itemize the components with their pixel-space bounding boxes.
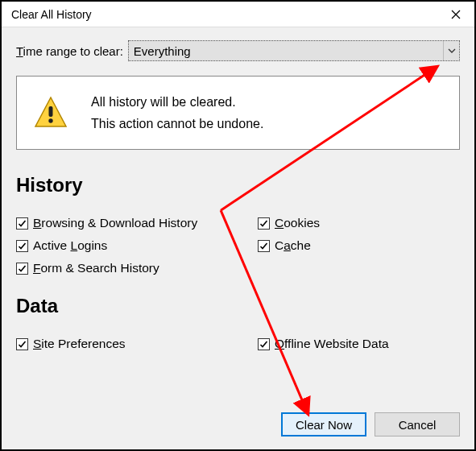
checkbox-icon bbox=[258, 338, 270, 350]
check-label: Cookies bbox=[275, 216, 320, 230]
check-browsing-history[interactable]: Browsing & Download History bbox=[16, 216, 258, 230]
check-active-logins[interactable]: Active Logins bbox=[16, 238, 258, 253]
dialog-content: Time range to clear: Everything All hist… bbox=[2, 27, 474, 366]
timerange-value: Everything bbox=[134, 44, 191, 58]
cancel-button[interactable]: Cancel bbox=[375, 412, 460, 437]
check-cookies[interactable]: Cookies bbox=[258, 216, 460, 230]
timerange-label: Time range to clear: bbox=[16, 44, 123, 58]
warning-icon bbox=[33, 95, 68, 130]
checkbox-icon bbox=[258, 217, 270, 230]
dropdown-arrow bbox=[443, 41, 459, 60]
button-row: Clear Now Cancel bbox=[281, 412, 460, 437]
checkbox-icon bbox=[258, 240, 270, 252]
svg-point-4 bbox=[48, 118, 52, 122]
svg-rect-3 bbox=[49, 106, 53, 117]
timerange-row: Time range to clear: Everything bbox=[16, 40, 460, 61]
warning-line2: This action cannot be undone. bbox=[91, 113, 263, 134]
history-checks: Browsing & Download History Cookies Acti… bbox=[16, 216, 460, 275]
checkbox-icon bbox=[16, 240, 28, 252]
check-label: Cache bbox=[275, 238, 311, 253]
close-icon bbox=[451, 10, 461, 19]
warning-box: All history will be cleared. This action… bbox=[16, 76, 460, 150]
timerange-dropdown[interactable]: Everything bbox=[128, 40, 460, 61]
check-label: Active Logins bbox=[33, 238, 107, 253]
check-label: Offline Website Data bbox=[275, 337, 389, 351]
warning-line1: All history will be cleared. bbox=[91, 91, 263, 113]
data-checks: Site Preferences Offline Website Data bbox=[16, 337, 460, 351]
check-offline-data[interactable]: Offline Website Data bbox=[258, 337, 460, 351]
warning-text: All history will be cleared. This action… bbox=[91, 91, 263, 134]
checkbox-icon bbox=[16, 217, 28, 230]
check-label: Site Preferences bbox=[33, 337, 126, 351]
chevron-down-icon bbox=[448, 48, 456, 53]
history-heading: History bbox=[16, 174, 460, 197]
dialog-window: Clear All History Time range to clear: E… bbox=[0, 0, 476, 451]
data-heading: Data bbox=[16, 295, 460, 317]
close-button[interactable] bbox=[437, 2, 474, 27]
titlebar: Clear All History bbox=[2, 2, 474, 27]
check-form-search[interactable]: Form & Search History bbox=[16, 261, 258, 275]
check-site-preferences[interactable]: Site Preferences bbox=[16, 337, 258, 351]
check-cache[interactable]: Cache bbox=[258, 238, 460, 253]
check-label: Form & Search History bbox=[33, 261, 159, 275]
clear-now-button[interactable]: Clear Now bbox=[281, 412, 366, 437]
checkbox-icon bbox=[16, 338, 28, 350]
checkbox-icon bbox=[16, 263, 28, 275]
window-title: Clear All History bbox=[11, 8, 92, 21]
check-label: Browsing & Download History bbox=[33, 216, 197, 230]
